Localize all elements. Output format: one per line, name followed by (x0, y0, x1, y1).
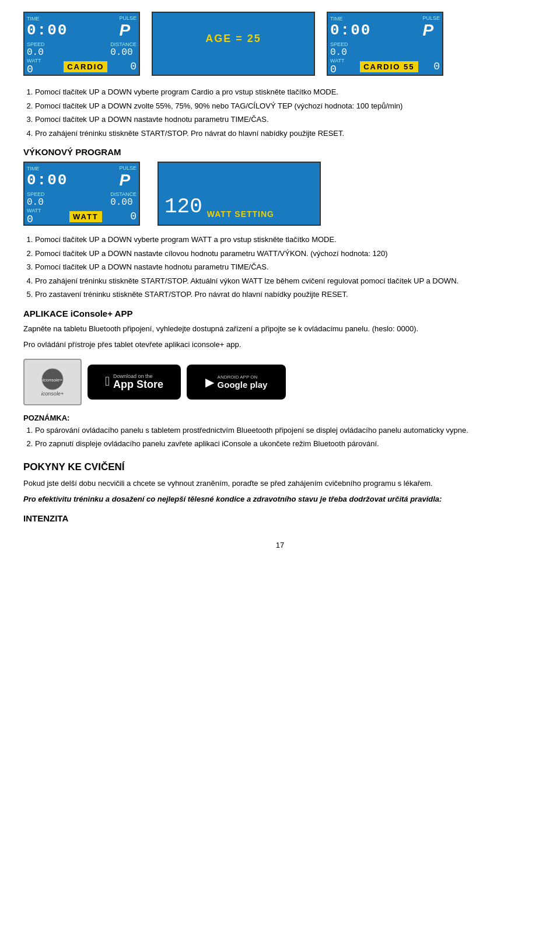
val-speed-w1: 0.0 (27, 197, 45, 208)
val-distance-1: 0.00 (110, 47, 136, 58)
label-pulse-w1: PULSE (119, 165, 136, 171)
age-text: AGE = 25 (155, 33, 312, 45)
label-distance-1: DISTANCE (110, 41, 136, 47)
intenzita-heading: INTENZITA (23, 513, 537, 523)
bar-cardio-3: CARDIO 55 (360, 61, 418, 72)
aplikace-heading: APLIKACE iConsole+ APP (23, 309, 537, 318)
val-speed-3: 0.0 (330, 47, 348, 58)
val-120: 120 (164, 195, 202, 219)
pokyny-heading: POKYNY KE CVIČENÍ (23, 461, 537, 473)
screen-p-w1: P (119, 171, 136, 190)
label-watt-1: WATT (27, 58, 41, 64)
top-screens-row: TIME 0:00 PULSE P SPEED 0.0 DISTANCE (23, 12, 537, 76)
bar-cardio-1: CARDIO (64, 61, 107, 72)
pokyny-text-2: Pro efektivitu tréninku a dosažení co ne… (23, 493, 537, 505)
label-distance-w1: DISTANCE (110, 191, 136, 197)
screen-age: AGE = 25 (152, 12, 315, 76)
screen-p-3: P (422, 21, 440, 40)
val-distance-w1: 0.00 (110, 197, 136, 208)
watt-step-4: Pro zahájení tréninku stiskněte START/ST… (35, 275, 537, 287)
cardio-step-1: Pomocí tlačítek UP a DOWN vyberte progra… (35, 86, 537, 98)
google-line2: Google play (218, 380, 268, 390)
svg-text:iconsole+: iconsole+ (43, 377, 62, 383)
screen-cardio-2: TIME 0:00 PULSE P SPEED 0.0 (327, 12, 443, 76)
watt-steps-list: Pomocí tlačítek UP a DOWN vyberte progra… (35, 234, 537, 300)
label-watt-3: WATT (330, 58, 345, 64)
label-speed-w1: SPEED (27, 191, 45, 197)
watt-step-5: Pro zastavení tréninku stiskněte START/S… (35, 289, 537, 300)
val-bar-right-w1: 0 (130, 211, 136, 222)
google-play-icon: ▶ (205, 375, 214, 389)
label-time-3: TIME (330, 16, 371, 22)
watt-step-1: Pomocí tlačítek UP a DOWN vyberte progra… (35, 234, 537, 246)
val-watt-w1: 0 (27, 213, 41, 225)
val-bar-right-1: 0 (130, 61, 136, 72)
screen-time-w1: 0:00 (27, 171, 68, 189)
app-badges-row: iconsole+ iconsole+  Download on the Ap… (23, 359, 537, 405)
page-content: TIME 0:00 PULSE P SPEED 0.0 DISTANCE (23, 12, 537, 549)
aplikace-text-2: Pro ovládání přístroje přes tablet otevř… (23, 339, 537, 351)
cardio-step-4: Pro zahájení tréninku stiskněte START/ST… (35, 128, 537, 139)
label-speed-1: SPEED (27, 41, 45, 47)
poznamka-item-2: Pro zapnutí displeje ovládacího panelu z… (35, 438, 537, 450)
iconsole-badge[interactable]: iconsole+ iconsole+ (23, 359, 82, 405)
vykonovy-program-heading: VÝKONOVÝ PROGRAM (23, 147, 537, 157)
screen-time-3: 0:00 (330, 22, 371, 39)
poznamka-heading: POZNÁMKA: (23, 414, 537, 422)
screen-cardio-1: TIME 0:00 PULSE P SPEED 0.0 DISTANCE (23, 12, 140, 76)
apple-icon:  (105, 374, 110, 389)
google-line1: ANDROID APP ON (218, 374, 268, 380)
appstore-line2: App Store (113, 379, 163, 391)
label-watt-w1: WATT (27, 208, 41, 213)
val-watt-1: 0 (27, 64, 41, 75)
appstore-badge[interactable]:  Download on the App Store (88, 365, 181, 400)
label-pulse-3: PULSE (422, 15, 440, 21)
val-bar-right-3: 0 (433, 61, 440, 72)
watt-screens-row: TIME 0:00 PULSE P SPEED 0.0 DISTANCE (23, 162, 537, 226)
cardio-step-3: Pomocí tlačítek UP a DOWN nastavte hodno… (35, 114, 537, 125)
val-speed-1: 0.0 (27, 47, 45, 58)
screen-watt-1: TIME 0:00 PULSE P SPEED 0.0 DISTANCE (23, 162, 140, 226)
watt-setting-text: WATT SETTING (207, 209, 274, 219)
pokyny-text-1: Pokud jste delší dobu necvičili a chcete… (23, 478, 537, 489)
poznamka-list: Po spárování ovládacího panelu s tablete… (35, 425, 537, 450)
watt-step-2: Pomocí tlačítek UP a DOWN nastavte cílov… (35, 248, 537, 260)
bar-watt-w1: WATT (69, 211, 102, 222)
cardio-steps-list: Pomocí tlačítek UP a DOWN vyberte progra… (35, 86, 537, 139)
page-number: 17 (23, 541, 537, 549)
label-speed-3: SPEED (330, 41, 348, 47)
watt-step-3: Pomocí tlačítek UP a DOWN nastavte hodno… (35, 261, 537, 273)
poznamka-item-1: Po spárování ovládacího panelu s tablete… (35, 425, 537, 436)
google-play-badge[interactable]: ▶ ANDROID APP ON Google play (187, 365, 286, 400)
screen-p-1: P (119, 21, 136, 40)
cardio-step-2: Pomocí tlačítek UP a DOWN zvolte 55%, 75… (35, 100, 537, 112)
screen-watt-2: 120 WATT SETTING (158, 162, 321, 226)
label-pulse-1: PULSE (119, 15, 136, 21)
label-time-w1: TIME (27, 166, 68, 171)
val-watt-3: 0 (330, 64, 345, 75)
aplikace-text-1: Zapněte na tabletu Bluetooth připojení, … (23, 323, 537, 335)
iconsole-label: iconsole+ (41, 391, 64, 397)
screen-time-1: 0:00 (27, 22, 68, 39)
label-time-1: TIME (27, 16, 68, 22)
